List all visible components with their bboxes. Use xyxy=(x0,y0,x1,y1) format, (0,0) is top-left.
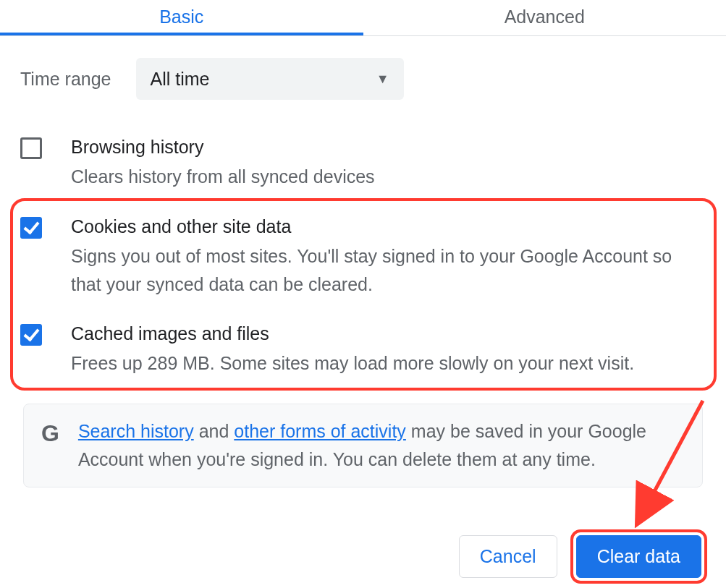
link-other-activity[interactable]: other forms of activity xyxy=(234,421,406,441)
option-cached[interactable]: Cached images and files Frees up 289 MB.… xyxy=(20,315,706,395)
annotation-clear-highlight: Clear data xyxy=(570,529,707,584)
google-note-text: Search history and other forms of activi… xyxy=(78,417,685,474)
option-desc: Clears history from all synced devices xyxy=(71,163,706,191)
option-title: Cached images and files xyxy=(71,321,706,346)
google-account-note: G Search history and other forms of acti… xyxy=(23,404,703,487)
option-desc: Signs you out of most sites. You'll stay… xyxy=(71,242,706,299)
chevron-down-icon: ▼ xyxy=(376,72,389,87)
time-range-label: Time range xyxy=(20,69,111,90)
checkbox-cached[interactable] xyxy=(20,324,42,346)
option-browsing-history[interactable]: Browsing history Clears history from all… xyxy=(20,129,706,208)
note-mid: and xyxy=(194,421,235,441)
tab-basic[interactable]: Basic xyxy=(0,0,363,35)
option-title: Browsing history xyxy=(71,135,706,160)
checkbox-browsing-history[interactable] xyxy=(20,137,42,159)
option-cookies[interactable]: Cookies and other site data Signs you ou… xyxy=(20,208,706,316)
option-title: Cookies and other site data xyxy=(71,214,706,239)
cancel-button[interactable]: Cancel xyxy=(459,535,557,578)
clear-data-button[interactable]: Clear data xyxy=(576,535,701,578)
time-range-value: All time xyxy=(151,69,210,90)
option-desc: Frees up 289 MB. Some sites may load mor… xyxy=(71,349,706,378)
link-search-history[interactable]: Search history xyxy=(78,421,194,441)
tab-advanced[interactable]: Advanced xyxy=(363,0,727,35)
google-icon: G xyxy=(41,422,59,445)
time-range-select[interactable]: All time ▼ xyxy=(136,58,404,100)
checkbox-cookies[interactable] xyxy=(20,217,42,239)
